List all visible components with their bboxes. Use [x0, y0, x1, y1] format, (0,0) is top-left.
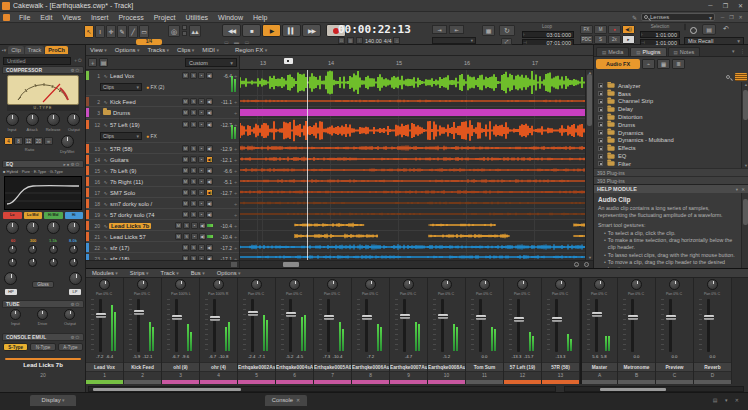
folder-checkbox[interactable]	[598, 91, 603, 96]
fader-cap[interactable]	[134, 310, 144, 315]
vertical-scrollbar[interactable]: ▲ ▼	[585, 70, 593, 260]
console-tab[interactable]: Console ✕	[265, 395, 307, 406]
clip-lane[interactable]	[240, 187, 585, 198]
folder-checkbox[interactable]	[598, 115, 603, 120]
clip-lane[interactable]	[240, 209, 585, 220]
snap-grid2-icon[interactable]	[182, 31, 187, 36]
folder-checkbox[interactable]	[598, 107, 603, 112]
arm-button[interactable]: •	[198, 167, 205, 174]
strip-name[interactable]: Erthqake0002AsM	[238, 362, 275, 372]
track-row[interactable]: 17∿SM7 SoloMS•◀)-12.7÷	[86, 187, 239, 198]
pan-knob[interactable]	[555, 279, 566, 290]
automation-icon[interactable]: ÷	[232, 99, 239, 105]
track-name[interactable]: 7b Right (11)	[109, 179, 181, 185]
smart-tool-button[interactable]: ↖	[84, 25, 94, 38]
track-row[interactable]: 14∿GuitarsMS•◀)-12.1÷	[86, 154, 239, 165]
plugin-folder-row[interactable]: Bass	[594, 90, 741, 98]
filter-button[interactable]	[735, 73, 747, 81]
mute-button[interactable]: M	[182, 200, 189, 207]
eq-q-knob-knob[interactable]	[49, 258, 58, 267]
fader-track[interactable]	[365, 299, 368, 352]
tab-track[interactable]: Track	[25, 46, 45, 54]
automation-icon[interactable]: ÷	[232, 110, 239, 116]
clip-lane[interactable]	[240, 154, 585, 165]
input-echo-button[interactable]: ◀)	[206, 200, 213, 207]
console-type-a-type[interactable]: A-Type	[58, 343, 83, 351]
solo-button[interactable]: S	[190, 121, 197, 128]
clip-lane[interactable]	[240, 242, 585, 253]
module-icons[interactable]: ⚙⏻	[70, 301, 80, 307]
solo-button[interactable]: S	[190, 200, 197, 207]
mixer-strip[interactable]: Pan 0% C-7.2Earthqke0006Au78	[352, 278, 390, 384]
module-icons[interactable]: ▸●⚙⏻	[63, 161, 80, 167]
fader-track[interactable]	[289, 299, 292, 352]
loop-toggle-button[interactable]: ↻	[499, 25, 515, 36]
clip-lane[interactable]	[240, 220, 585, 231]
track-name[interactable]: SM7 Solo	[109, 190, 181, 196]
plugin-folder-row[interactable]: EQ	[594, 152, 741, 160]
solo-button[interactable]: S	[190, 72, 197, 79]
plugin-folder-row[interactable]: Dynamics	[594, 129, 741, 137]
console-menu-bus[interactable]: Bus	[185, 270, 211, 276]
browser-panel-icons[interactable]: ▾ ⋮	[732, 48, 747, 56]
snap-grid-icon[interactable]	[182, 25, 187, 30]
automation-icon[interactable]: ÷	[232, 168, 239, 174]
trackview-menu-view[interactable]: View	[86, 47, 111, 53]
folder-checkbox[interactable]	[598, 138, 603, 143]
mixer-strip[interactable]: Pan 0% C-5.2Earthqke0008Au710	[428, 278, 466, 384]
automation-icon[interactable]: ÷	[232, 146, 239, 152]
help-scrollbar[interactable]	[741, 193, 748, 268]
solo-button[interactable]: S	[183, 233, 190, 240]
pan-knob[interactable]	[441, 279, 452, 290]
arm-button[interactable]: •	[198, 72, 205, 79]
pan-knob[interactable]	[289, 279, 300, 290]
input-echo-button[interactable]: ◀)	[206, 211, 213, 218]
mix-module-button-4[interactable]: PDC	[580, 35, 593, 44]
solo-button[interactable]: S	[190, 156, 197, 163]
clip-lane[interactable]	[240, 96, 585, 107]
arm-button[interactable]: •	[198, 98, 205, 105]
eq-q-knob-knob[interactable]	[28, 258, 37, 267]
solo-button[interactable]: S	[190, 211, 197, 218]
trackview-menu-midi[interactable]: MIDI	[198, 47, 223, 53]
eq-gain-knob-knob[interactable]	[47, 221, 60, 234]
prochannel-preset-field[interactable]: Untitled	[3, 57, 71, 65]
track-name[interactable]: 7b Left (9)	[109, 168, 181, 174]
menu-help[interactable]: Help	[248, 14, 272, 21]
folder-checkbox[interactable]	[598, 161, 603, 166]
plugin-folder-row[interactable]: Channel Strip	[594, 98, 741, 106]
track-row[interactable]: 13∿57R (58)MS•◀)-12.9÷	[86, 143, 239, 154]
grid-button[interactable]: ▦	[482, 25, 495, 36]
pan-knob[interactable]	[517, 279, 528, 290]
selection-start-field[interactable]: ⊦1:01:000	[640, 31, 680, 38]
input-echo-button[interactable]: ◀)	[206, 72, 213, 79]
fader-track[interactable]	[137, 299, 140, 352]
menu-process[interactable]: Process	[113, 14, 148, 21]
draw-tool-button[interactable]: ╱	[128, 25, 138, 38]
add-track-button[interactable]: ＋	[88, 58, 97, 67]
fader-cap[interactable]	[438, 314, 448, 319]
mix-module-button-3[interactable]: ◀))	[622, 25, 635, 34]
input-echo-button[interactable]: ◀)	[206, 244, 213, 251]
mixer-strip[interactable]: Pan 0% C-7.3 -10.4Erthqake0005A0417	[314, 278, 352, 384]
ratio-8[interactable]: 8	[14, 137, 23, 145]
eq-q-knob-knob[interactable]	[8, 258, 17, 267]
clip-lane[interactable]	[240, 165, 585, 176]
fader-cap[interactable]	[476, 315, 486, 320]
inspector-menu-icon[interactable]: ▪▾	[2, 47, 6, 53]
solo-button[interactable]: S	[190, 109, 197, 116]
mixer-strip[interactable]: Pan 0% C-2.4 -7.1Erthqake0002AsM5	[238, 278, 276, 384]
lenses-selector[interactable]: Lenses ▾	[641, 13, 715, 21]
track-row[interactable]: 20∿Lead Licks 7bMS•◀)-10.4÷	[86, 220, 239, 231]
arm-button[interactable]: •	[198, 145, 205, 152]
track-name[interactable]: Lead Licks 7b	[109, 223, 151, 229]
eq-curve-graph[interactable]	[4, 176, 82, 210]
eq-gain-knob-knob[interactable]	[6, 221, 19, 234]
fader-cap[interactable]	[666, 315, 676, 320]
mixer-strip[interactable]: Pan 100% R-6.7 -10.8ohr (4)4	[200, 278, 238, 384]
strip-name[interactable]: ohr (4)	[200, 362, 237, 372]
fader-track[interactable]	[327, 299, 330, 352]
display-mode-icon[interactable]: ⊡	[338, 37, 345, 44]
gloss-button[interactable]: Gloss	[32, 281, 54, 288]
eq-type-selector[interactable]: ■ Hybrid · Pure · E-Type · G-Type	[3, 169, 63, 174]
